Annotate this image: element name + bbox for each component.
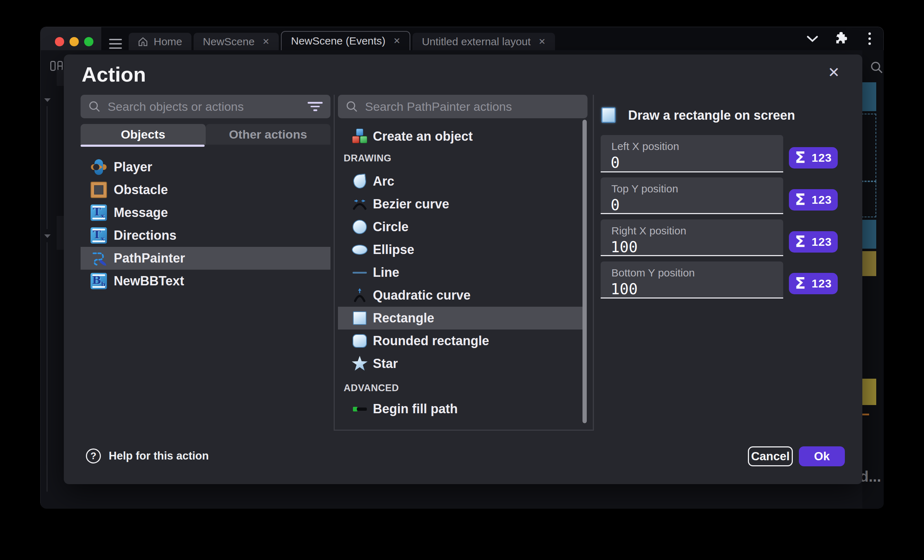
events-toolbar-icon: [50, 61, 63, 71]
action-row-bezier-curve[interactable]: Bezier curve: [338, 193, 583, 216]
circle-icon: [351, 219, 368, 235]
minimize-window-button[interactable]: [69, 37, 79, 46]
event-marker: [861, 413, 869, 415]
clipped-action-icon: [351, 424, 368, 430]
sigma-icon: Σ: [795, 234, 806, 250]
action-row-arc[interactable]: Arc: [338, 170, 583, 193]
close-dialog-icon[interactable]: ✕: [825, 63, 843, 82]
object-search-box: [81, 95, 330, 118]
event-condition-block: [861, 82, 876, 111]
tab-home[interactable]: Home: [129, 33, 191, 50]
collapse-triangle-icon: [44, 234, 51, 238]
close-window-button[interactable]: [55, 37, 64, 46]
object-row-directions[interactable]: Tx Directions: [81, 224, 330, 247]
action-row-rectangle[interactable]: Rectangle: [338, 307, 583, 329]
ok-button[interactable]: Ok: [799, 446, 845, 466]
action-row-ellipse[interactable]: Ellipse: [338, 238, 583, 261]
top-y-input[interactable]: [610, 196, 768, 214]
action-row-quadratic-curve[interactable]: Quadratic curve: [338, 284, 583, 307]
action-row-line[interactable]: Line: [338, 261, 583, 284]
title-bar: Home NewScene ✕ NewScene (Events) ✕ Unti…: [40, 27, 884, 50]
field-bottom-y-position[interactable]: Bottom Y position: [601, 262, 783, 298]
close-tab-icon[interactable]: ✕: [537, 37, 546, 46]
bezier-curve-icon: [351, 196, 368, 212]
tab-objects[interactable]: Objects: [81, 124, 206, 145]
close-tab-icon[interactable]: ✕: [391, 36, 400, 46]
field-top-y-position[interactable]: Top Y position: [601, 177, 783, 214]
editor-tabs: Home NewScene ✕ NewScene (Events) ✕ Unti…: [129, 31, 557, 50]
object-row-obstacle[interactable]: Obstacle: [81, 178, 330, 201]
line-icon: [351, 264, 368, 281]
action-search-input[interactable]: [365, 100, 580, 114]
expression-editor-button[interactable]: Σ 123: [789, 189, 838, 211]
expression-editor-button[interactable]: Σ 123: [789, 231, 838, 253]
rounded-rectangle-icon: [351, 333, 368, 349]
extensions-puzzle-icon[interactable]: [834, 27, 847, 50]
search-icon: [88, 100, 100, 112]
player-object-icon: [90, 159, 107, 175]
event-drop-zone: [861, 181, 876, 217]
pathpainter-object-icon: [90, 250, 107, 267]
event-tree-line: [47, 242, 47, 492]
field-right-x-position[interactable]: Right X position: [601, 219, 783, 256]
arc-icon: [351, 173, 368, 190]
rectangle-icon: [351, 310, 368, 326]
expression-editor-button[interactable]: Σ 123: [789, 147, 838, 169]
field-left-x-position[interactable]: Left X position: [601, 135, 783, 172]
zoom-window-button[interactable]: [84, 37, 93, 46]
chevron-down-icon[interactable]: [806, 27, 819, 50]
event-block: [57, 216, 64, 250]
events-search-icon: [870, 61, 883, 74]
tab-label: NewScene (Events): [291, 35, 386, 47]
action-row-partial[interactable]: [338, 420, 583, 430]
event-action-block: [861, 251, 876, 276]
action-dialog: Action ✕ Objects Other actions Player Ob…: [64, 54, 862, 484]
action-row-star[interactable]: Star: [338, 352, 583, 375]
tab-newscene[interactable]: NewScene ✕: [194, 33, 279, 50]
list-bottom-divider: [334, 430, 594, 431]
bbtext-object-icon: Bb: [90, 273, 107, 289]
event-tree-line: [47, 106, 47, 229]
question-mark-icon: ?: [86, 449, 101, 463]
bottom-y-input[interactable]: [610, 280, 768, 298]
truncated-add-text: d...: [860, 468, 881, 485]
quadratic-curve-icon: [351, 287, 368, 304]
filter-icon[interactable]: [308, 102, 322, 111]
help-link[interactable]: ? Help for this action: [86, 449, 209, 463]
panel-divider: [593, 95, 594, 430]
right-x-input[interactable]: [610, 238, 768, 256]
create-object-icon: [351, 128, 368, 145]
object-row-player[interactable]: Player: [81, 156, 330, 178]
expression-editor-button[interactable]: Σ 123: [789, 273, 838, 294]
action-row-rounded-rectangle[interactable]: Rounded rectangle: [338, 329, 583, 352]
tab-label: NewScene: [203, 36, 255, 48]
sigma-icon: Σ: [795, 150, 806, 166]
action-title: Draw a rectangle on screen: [628, 108, 795, 123]
object-row-pathpainter[interactable]: PathPainter: [81, 247, 330, 270]
section-header-drawing: DRAWING: [344, 153, 392, 164]
home-icon: [138, 37, 148, 46]
event-condition-block: [861, 220, 876, 249]
app-window: Home NewScene ✕ NewScene (Events) ✕ Unti…: [40, 27, 884, 508]
action-row-begin-fill-path[interactable]: Begin fill path: [338, 398, 583, 420]
more-options-kebab-icon[interactable]: [868, 27, 871, 50]
event-block: [57, 70, 64, 86]
main-menu-icon[interactable]: [109, 39, 122, 49]
cancel-button[interactable]: Cancel: [748, 446, 793, 466]
sigma-icon: Σ: [795, 276, 806, 291]
tab-other-actions[interactable]: Other actions: [206, 124, 331, 145]
object-row-message[interactable]: Tx Message: [81, 201, 330, 224]
window-controls: [40, 27, 101, 53]
tab-untitled-external-layout[interactable]: Untitled external layout ✕: [412, 33, 555, 50]
action-row-create-object[interactable]: Create an object: [338, 126, 583, 147]
left-x-input[interactable]: [610, 154, 768, 171]
object-search-input[interactable]: [108, 100, 300, 114]
close-tab-icon[interactable]: ✕: [260, 37, 270, 46]
tab-label: Home: [154, 36, 182, 48]
action-list-scrollbar[interactable]: [582, 120, 587, 423]
tab-label: Untitled external layout: [422, 36, 531, 48]
action-row-circle[interactable]: Circle: [338, 216, 583, 238]
tab-newscene-events[interactable]: NewScene (Events) ✕: [281, 31, 410, 50]
text-object-icon: Tx: [90, 227, 107, 244]
object-row-newbbtext[interactable]: Bb NewBBText: [81, 270, 330, 292]
